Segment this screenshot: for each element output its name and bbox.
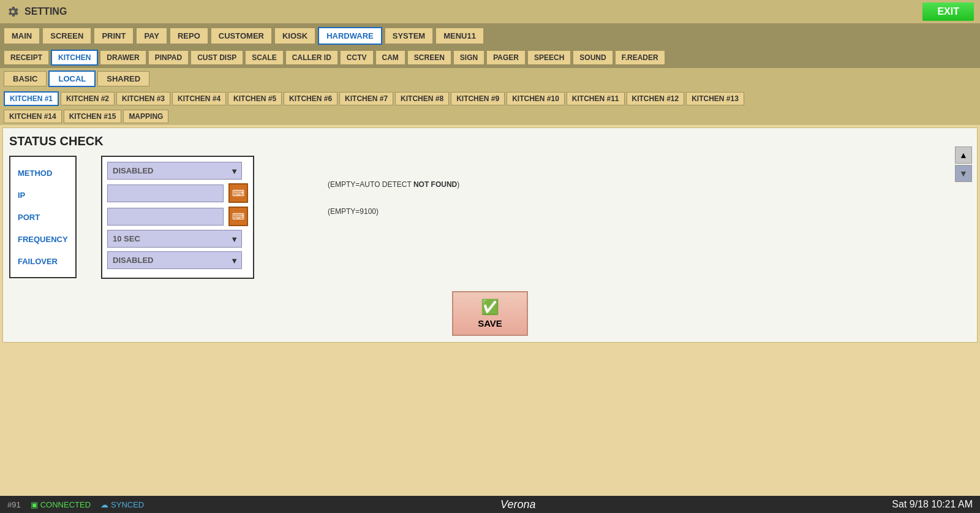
nav-main[interactable]: MAIN xyxy=(4,28,40,44)
gear-icon xyxy=(6,5,20,18)
kitchen-9[interactable]: KITCHEN #9 xyxy=(451,92,505,105)
save-button[interactable]: ✅ SAVE xyxy=(452,291,528,336)
ip-input[interactable] xyxy=(107,184,224,202)
synced-icon: ☁ xyxy=(100,500,108,509)
nav-repo[interactable]: REPO xyxy=(170,28,208,44)
port-hint: (EMPTY=9100) xyxy=(328,207,459,216)
tab-basic[interactable]: BASIC xyxy=(4,71,47,86)
status-left: #91 ▣ CONNECTED ☁ SYNCED xyxy=(7,500,144,509)
kitchen-6[interactable]: KITCHEN #6 xyxy=(284,92,337,105)
app-name: Verona xyxy=(500,498,535,511)
status-bar: #91 ▣ CONNECTED ☁ SYNCED Verona Sat 9/18… xyxy=(0,496,980,513)
tab-receipt[interactable]: RECEIPT xyxy=(4,50,49,65)
kitchen-tabs-row2: KITCHEN #14 KITCHEN #15 MAPPING xyxy=(0,108,980,125)
tab-cust-disp[interactable]: CUST DISP xyxy=(190,50,243,65)
exit-button[interactable]: EXIT xyxy=(922,2,974,21)
top-bar-left: SETTING xyxy=(6,5,67,18)
port-input[interactable] xyxy=(107,208,224,226)
tab-pager[interactable]: PAGER xyxy=(486,50,526,65)
nav-system[interactable]: SYSTEM xyxy=(385,28,433,44)
tab-pinpad[interactable]: PINPAD xyxy=(148,50,189,65)
nav-customer[interactable]: CUSTOMER xyxy=(211,28,272,44)
tab-cctv[interactable]: CCTV xyxy=(340,50,374,65)
tab-drawer[interactable]: DRAWER xyxy=(100,50,146,65)
connected-status: ▣ CONNECTED xyxy=(31,500,91,509)
frequency-select-wrapper: 10 SEC 30 SEC 1 MIN 5 MIN xyxy=(107,230,242,248)
kitchen-12[interactable]: KITCHEN #12 xyxy=(627,92,685,105)
nav-kiosk[interactable]: KIOSK xyxy=(274,28,315,44)
station-badge: #91 xyxy=(7,500,21,509)
connected-icon: ▣ xyxy=(31,500,38,509)
kitchen-1[interactable]: KITCHEN #1 xyxy=(4,91,59,106)
synced-status: ☁ SYNCED xyxy=(100,500,144,509)
main-nav: MAIN SCREEN PRINT PAY REPO CUSTOMER KIOS… xyxy=(0,25,980,47)
failover-label: FAILOVER xyxy=(18,250,68,272)
method-select-wrapper: DISABLED TCP UDP xyxy=(107,162,242,180)
failover-select-wrapper: DISABLED ENABLED xyxy=(107,251,242,269)
save-label: SAVE xyxy=(478,318,502,329)
port-keyboard-button[interactable]: ⌨ xyxy=(228,207,248,226)
nav-screen[interactable]: SCREEN xyxy=(42,28,91,44)
hardware-tabs: RECEIPT KITCHEN DRAWER PINPAD CUST DISP … xyxy=(0,47,980,68)
keyboard-icon: ⌨ xyxy=(232,188,244,198)
kitchen-4[interactable]: KITCHEN #4 xyxy=(172,92,226,105)
tab-sound[interactable]: SOUND xyxy=(573,50,612,65)
tab-shared[interactable]: SHARED xyxy=(97,71,149,86)
kitchen-mapping[interactable]: MAPPING xyxy=(123,110,168,123)
kitchen-3[interactable]: KITCHEN #3 xyxy=(116,92,170,105)
kitchen-15[interactable]: KITCHEN #15 xyxy=(64,110,122,123)
content-area: STATUS CHECK ▲ ▼ METHOD IP PORT FREQUENC… xyxy=(2,127,978,343)
tab-speech[interactable]: SPEECH xyxy=(527,50,571,65)
frequency-label: FREQUENCY xyxy=(18,228,68,250)
tab-caller-id[interactable]: CALLER ID xyxy=(285,50,338,65)
kitchen-13[interactable]: KITCHEN #13 xyxy=(686,92,744,105)
kitchen-11[interactable]: KITCHEN #11 xyxy=(567,92,625,105)
port-label: PORT xyxy=(18,206,68,228)
frequency-row: 10 SEC 30 SEC 1 MIN 5 MIN xyxy=(107,230,248,248)
save-area: ✅ SAVE xyxy=(9,291,971,336)
hints-area: (EMPTY=AUTO DETECT NOT FOUND) (EMPTY=910… xyxy=(328,180,459,216)
kitchen-tabs-row1: KITCHEN #1 KITCHEN #2 KITCHEN #3 KITCHEN… xyxy=(0,89,980,108)
ip-hint: (EMPTY=AUTO DETECT NOT FOUND) xyxy=(328,180,459,189)
kitchen-10[interactable]: KITCHEN #10 xyxy=(507,92,565,105)
app-title: SETTING xyxy=(24,6,67,17)
failover-row: DISABLED ENABLED xyxy=(107,251,248,269)
tab-local[interactable]: LOCAL xyxy=(48,70,96,87)
mode-tabs: BASIC LOCAL SHARED xyxy=(0,68,980,89)
top-bar: SETTING EXIT xyxy=(0,0,980,25)
tab-freader[interactable]: F.READER xyxy=(615,50,665,65)
ip-label: IP xyxy=(18,184,68,206)
failover-select[interactable]: DISABLED ENABLED xyxy=(107,251,242,269)
method-row: DISABLED TCP UDP xyxy=(107,162,248,180)
kitchen-7[interactable]: KITCHEN #7 xyxy=(339,92,393,105)
tab-scale[interactable]: SCALE xyxy=(245,50,284,65)
port-row: ⌨ xyxy=(107,207,248,226)
kitchen-14[interactable]: KITCHEN #14 xyxy=(4,110,62,123)
tab-sign[interactable]: SIGN xyxy=(453,50,484,65)
scroll-arrows: ▲ ▼ xyxy=(955,146,972,182)
save-check-icon: ✅ xyxy=(481,298,499,316)
kitchen-2[interactable]: KITCHEN #2 xyxy=(61,92,115,105)
nav-menu11[interactable]: MENU11 xyxy=(435,28,484,44)
scroll-up-arrow[interactable]: ▲ xyxy=(955,146,972,164)
section-title: STATUS CHECK xyxy=(9,134,971,148)
method-select[interactable]: DISABLED TCP UDP xyxy=(107,162,242,180)
scroll-down-arrow[interactable]: ▼ xyxy=(955,165,972,182)
kitchen-8[interactable]: KITCHEN #8 xyxy=(395,92,449,105)
tab-screen[interactable]: SCREEN xyxy=(407,50,451,65)
nav-hardware[interactable]: HARDWARE xyxy=(318,27,382,45)
kitchen-5[interactable]: KITCHEN #5 xyxy=(228,92,282,105)
nav-print[interactable]: PRINT xyxy=(94,28,134,44)
ip-row: ⌨ xyxy=(107,183,248,203)
ip-keyboard-button[interactable]: ⌨ xyxy=(228,183,248,203)
tab-kitchen[interactable]: KITCHEN xyxy=(51,50,98,66)
tab-cam[interactable]: CAM xyxy=(375,50,405,65)
datetime: Sat 9/18 10:21 AM xyxy=(892,499,973,510)
nav-pay[interactable]: PAY xyxy=(136,28,167,44)
keyboard-icon-2: ⌨ xyxy=(232,211,244,221)
frequency-select[interactable]: 10 SEC 30 SEC 1 MIN 5 MIN xyxy=(107,230,242,248)
method-label: METHOD xyxy=(18,162,68,184)
